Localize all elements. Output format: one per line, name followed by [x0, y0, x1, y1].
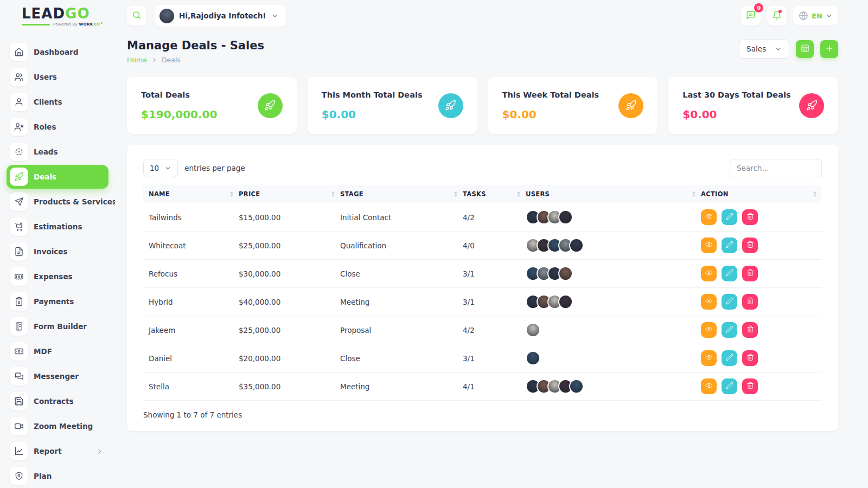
edit-button[interactable]	[722, 350, 737, 366]
language-selector[interactable]: EN	[793, 6, 838, 25]
sidebar-item-products-services[interactable]: Products & Services	[7, 190, 108, 214]
table-search-input[interactable]	[730, 159, 822, 177]
sidebar-item-form-builder[interactable]: Form Builder	[7, 314, 108, 338]
add-deal-button[interactable]	[820, 40, 838, 58]
sidebar-item-mdf[interactable]: MDF	[7, 339, 108, 363]
sidebar-item-clients[interactable]: Clients	[7, 90, 108, 114]
plus-icon	[825, 44, 834, 54]
eye-icon	[705, 241, 713, 250]
column-header-name[interactable]: NAME	[143, 185, 239, 203]
sidebar: LEADGO Powered By WORKDO Dashboard Users…	[0, 0, 115, 488]
sidebar-item-roles[interactable]: Roles	[7, 115, 108, 139]
edit-button[interactable]	[722, 378, 737, 394]
deal-tasks: 4/1	[463, 373, 526, 401]
sidebar-item-dashboard[interactable]: Dashboard	[7, 40, 108, 64]
user-avatar	[558, 266, 573, 281]
sidebar-item-leads[interactable]: Leads	[7, 140, 108, 164]
notifications-button[interactable]	[767, 6, 787, 25]
user-x-icon	[10, 118, 28, 136]
pencil-icon	[726, 241, 733, 250]
view-button[interactable]	[701, 294, 717, 310]
sidebar-item-invoices[interactable]: Invoices	[7, 240, 108, 264]
deal-actions	[701, 266, 816, 281]
view-button[interactable]	[701, 266, 717, 281]
column-header-tasks[interactable]: TASKS	[463, 185, 526, 203]
sidebar-item-report[interactable]: Report	[7, 439, 108, 463]
view-button[interactable]	[701, 322, 717, 338]
column-header-price[interactable]: PRICE	[239, 185, 340, 203]
sort-icon	[517, 191, 520, 197]
chevron-down-icon	[826, 12, 833, 20]
deal-tasks: 3/1	[463, 288, 526, 316]
delete-button[interactable]	[742, 350, 758, 366]
sidebar-item-label: Invoices	[34, 247, 68, 256]
deal-users	[526, 266, 695, 281]
sidebar-item-messenger[interactable]: Messenger	[7, 364, 108, 388]
sidebar-item-estimations[interactable]: Estimations	[7, 215, 108, 239]
column-header-stage[interactable]: STAGE	[340, 185, 463, 203]
sort-icon	[813, 191, 816, 197]
stat-label: This Week Total Deals	[502, 91, 599, 99]
deal-stage: Close	[340, 260, 463, 288]
table-footer: Showing 1 to 7 of 7 entries	[143, 410, 822, 419]
stat-value: $0.00	[322, 108, 423, 121]
view-button[interactable]	[701, 237, 717, 253]
messages-button[interactable]: 0	[741, 6, 761, 25]
page-head: Manage Deals - Sales Home Deals Sales	[127, 39, 838, 64]
sidebar-item-label: Plan	[34, 472, 52, 480]
edit-button[interactable]	[722, 209, 737, 225]
sidebar-item-label: Payments	[34, 297, 74, 306]
edit-button[interactable]	[722, 237, 737, 253]
eye-icon	[705, 354, 713, 363]
sidebar-item-users[interactable]: Users	[7, 65, 108, 89]
edit-button[interactable]	[722, 322, 737, 338]
deal-row-jakeem: Jakeem $25,000.00 Proposal 4/2	[143, 316, 822, 344]
sidebar-item-contracts[interactable]: Contracts	[7, 389, 108, 413]
rocket-icon	[618, 93, 643, 118]
logo-dot	[101, 22, 103, 24]
sidebar-item-label: Form Builder	[34, 322, 87, 331]
cart-icon	[10, 217, 28, 236]
sidebar-item-deals[interactable]: Deals	[7, 165, 108, 189]
sidebar-item-label: Zoom Meeting	[34, 422, 93, 431]
delete-button[interactable]	[742, 322, 758, 338]
deal-stage: Close	[340, 344, 463, 373]
deal-name: Refocus	[143, 260, 239, 288]
deal-tasks: 3/1	[463, 260, 526, 288]
column-header-users[interactable]: USERS	[526, 185, 701, 203]
sidebar-item-payments[interactable]: $ Payments	[7, 290, 108, 313]
deal-name: Whitecoat	[143, 232, 239, 260]
delete-button[interactable]	[742, 237, 758, 253]
svg-text:$: $	[18, 300, 21, 305]
edit-button[interactable]	[722, 266, 737, 281]
view-button[interactable]	[701, 378, 717, 394]
pipeline-select[interactable]: Sales	[739, 39, 789, 59]
deal-users	[526, 379, 695, 394]
clipboard-dollar-icon: $	[10, 292, 28, 311]
sidebar-item-zoom-meeting[interactable]: Zoom Meeting	[7, 414, 108, 438]
view-button[interactable]	[701, 209, 717, 225]
delete-button[interactable]	[742, 209, 758, 225]
page-head-left: Manage Deals - Sales Home Deals	[127, 39, 264, 64]
breadcrumb-home[interactable]: Home	[127, 56, 147, 64]
app-logo[interactable]: LEADGO Powered By WORKDO	[0, 0, 115, 31]
delete-button[interactable]	[742, 266, 758, 281]
chevron-right-icon	[151, 57, 157, 63]
deal-price: $40,000.00	[239, 288, 340, 316]
language-code: EN	[812, 12, 822, 20]
stat-info: Last 30 Days Total Deals $0.00	[682, 91, 790, 121]
sidebar-item-expenses[interactable]: Expenses	[7, 265, 108, 288]
user-menu[interactable]: Hi,Rajodiya Infotech!	[155, 5, 286, 27]
breadcrumb: Home Deals	[127, 56, 264, 64]
sidebar-item-plan[interactable]: Plan	[7, 464, 108, 488]
view-button[interactable]	[701, 350, 717, 366]
chevron-down-icon	[271, 12, 278, 20]
delete-button[interactable]	[742, 378, 758, 394]
search-button[interactable]	[127, 6, 146, 25]
sort-icon	[454, 191, 457, 197]
page-size-select[interactable]: 10	[143, 159, 178, 177]
delete-button[interactable]	[742, 294, 758, 310]
edit-button[interactable]	[722, 294, 737, 310]
kanban-view-button[interactable]	[796, 40, 814, 58]
column-header-action[interactable]: ACTION	[701, 185, 822, 203]
